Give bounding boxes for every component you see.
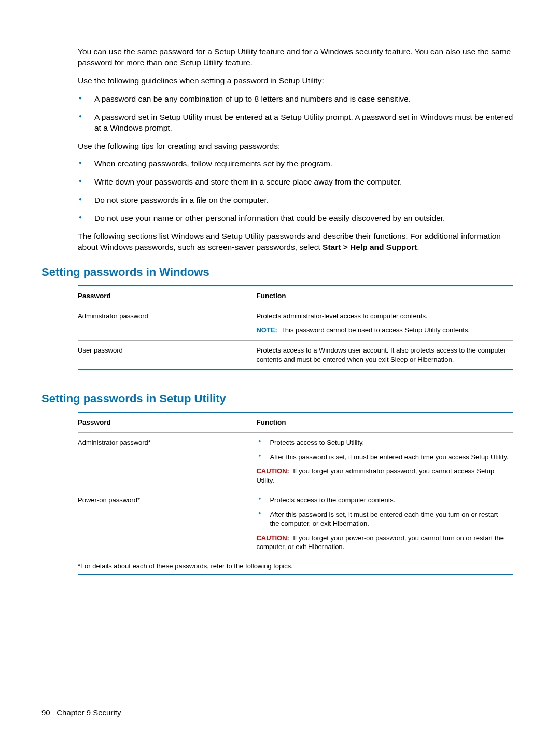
note-label: NOTE: — [256, 326, 277, 334]
list-item: A password can be any combination of up … — [78, 94, 513, 105]
table-header-row: Password Function — [78, 286, 513, 306]
list-item: Write down your passwords and store them… — [78, 177, 513, 188]
tips-list: When creating passwords, follow requirem… — [78, 159, 513, 224]
password-name-cell: Administrator password — [78, 306, 256, 340]
table-footnote-row: *For details about each of these passwor… — [78, 557, 513, 575]
section-heading-setup-utility: Setting passwords in Setup Utility — [41, 391, 519, 406]
function-cell: Protects access to the computer contents… — [256, 490, 513, 557]
page-footer: 90 Chapter 9 Security — [41, 708, 121, 718]
table-header-row: Password Function — [78, 412, 513, 433]
list-item: After this password is set, it must be e… — [256, 510, 509, 528]
caution-text: If you forget your administrator passwor… — [256, 467, 494, 484]
intro-block: You can use the same password for a Setu… — [78, 47, 513, 253]
caution-label: CAUTION: — [256, 534, 289, 542]
column-header-password: Password — [78, 286, 256, 306]
list-item: When creating passwords, follow requirem… — [78, 159, 513, 170]
function-text: Protects administrator-level access to c… — [256, 312, 509, 321]
password-name-cell: Administrator password* — [78, 432, 256, 490]
column-header-function: Function — [256, 286, 513, 306]
function-bullets: Protects access to the computer contents… — [256, 496, 509, 528]
column-header-password: Password — [78, 412, 256, 433]
table-row: Administrator password Protects administ… — [78, 306, 513, 340]
footnote-text: *For details about each of these passwor… — [78, 557, 513, 575]
note-block: NOTE: This password cannot be used to ac… — [256, 326, 509, 335]
paragraph: The following sections list Windows and … — [78, 231, 513, 253]
page-number: 90 — [41, 708, 50, 717]
caution-block: CAUTION: If you forget your administrato… — [256, 467, 509, 485]
function-bullets: Protects access to Setup Utility. After … — [256, 438, 509, 461]
password-name-cell: User password — [78, 340, 256, 370]
table-row: Power-on password* Protects access to th… — [78, 490, 513, 557]
list-item: Do not use your name or other personal i… — [78, 213, 513, 224]
table-row: User password Protects access to a Windo… — [78, 340, 513, 370]
function-cell: Protects access to Setup Utility. After … — [256, 432, 513, 490]
table-row: Administrator password* Protects access … — [78, 432, 513, 490]
function-cell: Protects administrator-level access to c… — [256, 306, 513, 340]
paragraph: You can use the same password for a Setu… — [78, 47, 513, 68]
chapter-label: Chapter 9 Security — [57, 708, 121, 717]
password-name-cell: Power-on password* — [78, 490, 256, 557]
text-run: . — [417, 243, 419, 251]
column-header-function: Function — [256, 412, 513, 433]
note-text: This password cannot be used to access S… — [281, 326, 470, 334]
paragraph: Use the following guidelines when settin… — [78, 76, 513, 87]
list-item: A password set in Setup Utility must be … — [78, 112, 513, 134]
guidelines-list: A password can be any combination of up … — [78, 94, 513, 134]
list-item: Do not store passwords in a file on the … — [78, 195, 513, 206]
caution-label: CAUTION: — [256, 467, 289, 475]
list-item: Protects access to the computer contents… — [256, 496, 509, 505]
text-run: The following sections list Windows and … — [78, 232, 501, 251]
list-item: After this password is set, it must be e… — [256, 453, 509, 462]
function-text: Protects access to a Windows user accoun… — [256, 346, 509, 364]
caution-text: If you forget your power-on password, yo… — [256, 534, 504, 551]
caution-block: CAUTION: If you forget your power-on pas… — [256, 533, 509, 552]
paragraph: Use the following tips for creating and … — [78, 141, 513, 152]
setup-utility-passwords-table: Password Function Administrator password… — [78, 412, 513, 576]
windows-passwords-table: Password Function Administrator password… — [78, 285, 513, 370]
document-page: You can use the same password for a Setu… — [0, 0, 560, 745]
menu-path: Start > Help and Support — [323, 243, 417, 251]
section-heading-windows: Setting passwords in Windows — [41, 264, 519, 280]
list-item: Protects access to Setup Utility. — [256, 438, 509, 447]
function-cell: Protects access to a Windows user accoun… — [256, 340, 513, 370]
